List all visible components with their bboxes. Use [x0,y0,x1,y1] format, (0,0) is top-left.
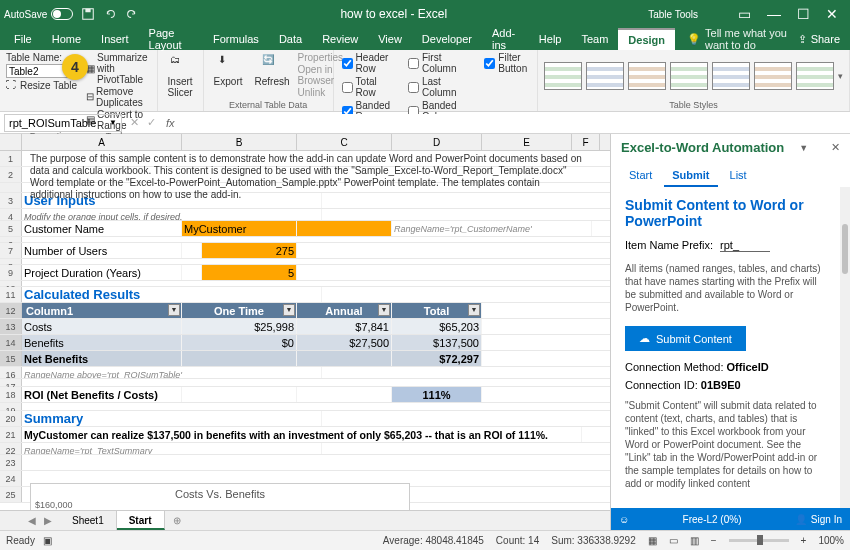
table-style-swatch[interactable] [586,62,624,90]
tab-formulas[interactable]: Formulas [203,28,269,50]
remove-duplicates-button[interactable]: ⊟Remove Duplicates [86,86,151,108]
maximize-icon[interactable]: ☐ [797,6,810,22]
table-cell[interactable]: Costs [22,319,182,334]
summarize-pivot-button[interactable]: ▦Summarize with PivotTable [86,52,151,85]
redo-icon[interactable] [125,7,139,21]
header-row-checkbox[interactable]: Header Row [342,52,394,74]
filter-button-checkbox[interactable]: Filter Button [484,52,531,74]
table-cell[interactable]: Net Benefits [22,351,182,366]
macro-record-icon[interactable]: ▣ [43,535,52,546]
roi-value-cell[interactable]: 111% [392,387,482,402]
tp-tab-start[interactable]: Start [621,165,660,187]
tell-me-search[interactable]: 💡 Tell me what you want to do [687,27,798,51]
view-page-icon[interactable]: ▭ [669,535,678,546]
table-cell[interactable]: $72,297 [392,351,482,366]
table-cell[interactable]: $27,500 [297,335,392,350]
table-style-swatch[interactable] [796,62,834,90]
tab-help[interactable]: Help [529,28,572,50]
table-cell[interactable]: Benefits [22,335,182,350]
table-header-cell[interactable]: One Time▼ [182,303,297,318]
input-cell[interactable]: MyCustomer [182,221,297,236]
input-cell[interactable] [297,221,392,236]
sheet-nav-prev-icon[interactable]: ◀ [28,515,36,526]
tab-team[interactable]: Team [571,28,618,50]
insert-slicer-button[interactable]: 🗂Insert Slicer [164,52,197,110]
first-column-checkbox[interactable]: First Column [408,52,470,74]
tab-developer[interactable]: Developer [412,28,482,50]
col-header[interactable]: B [182,134,297,150]
undo-icon[interactable] [103,7,117,21]
tab-home[interactable]: Home [42,28,91,50]
table-header-cell[interactable]: Column1▼ [22,303,182,318]
tp-tab-submit[interactable]: Submit [664,165,717,187]
table-style-swatch[interactable] [544,62,582,90]
filter-dropdown-icon[interactable]: ▼ [283,304,295,316]
tab-addins[interactable]: Add-ins [482,28,529,50]
zoom-in-icon[interactable]: + [801,535,807,546]
submit-content-button[interactable]: ☁ Submit Content [625,326,746,351]
select-all-corner[interactable] [0,134,22,150]
filter-dropdown-icon[interactable]: ▼ [168,304,180,316]
embedded-chart[interactable]: Costs Vs. Benefits $160,000 [30,483,410,510]
table-cell[interactable]: $0 [182,335,297,350]
autosave-toggle[interactable]: AutoSave [4,8,73,20]
sheet-nav-next-icon[interactable]: ▶ [44,515,52,526]
save-icon[interactable] [81,7,95,21]
zoom-level[interactable]: 100% [818,535,844,546]
new-sheet-icon[interactable]: ⊕ [173,515,181,526]
refresh-button[interactable]: 🔄Refresh [251,52,294,100]
cancel-formula-icon[interactable]: ✕ [130,116,139,129]
col-header[interactable]: D [392,134,482,150]
tab-page-layout[interactable]: Page Layout [139,28,203,50]
last-column-checkbox[interactable]: Last Column [408,76,470,98]
table-header-cell[interactable]: Annual▼ [297,303,392,318]
view-break-icon[interactable]: ▥ [690,535,699,546]
formula-input[interactable] [181,114,850,132]
style-gallery-more-icon[interactable]: ▾ [838,71,843,81]
tp-tab-list[interactable]: List [722,165,755,187]
table-cell[interactable]: $7,841 [297,319,392,334]
filter-dropdown-icon[interactable]: ▼ [378,304,390,316]
tab-view[interactable]: View [368,28,412,50]
name-box[interactable]: rpt_ROISumTable▼ [4,114,122,132]
resize-table-button[interactable]: ⛶Resize Table [6,79,78,91]
col-header[interactable]: C [297,134,392,150]
chevron-down-icon[interactable]: ▼ [799,143,808,153]
tab-data[interactable]: Data [269,28,312,50]
prefix-input[interactable] [720,239,770,252]
toggle-switch-icon[interactable] [51,8,73,20]
col-header[interactable]: E [482,134,572,150]
emoji-icon[interactable]: ☺ [619,514,629,525]
enter-formula-icon[interactable]: ✓ [147,116,156,129]
table-cell[interactable] [297,351,392,366]
tab-insert[interactable]: Insert [91,28,139,50]
input-cell[interactable]: 275 [202,243,297,258]
minimize-icon[interactable]: — [767,6,781,22]
table-cell[interactable] [182,351,297,366]
ribbon-options-icon[interactable]: ▭ [738,6,751,22]
view-normal-icon[interactable]: ▦ [648,535,657,546]
tab-design[interactable]: Design [618,28,675,50]
sheet-tab[interactable]: Start [117,511,165,530]
table-cell[interactable]: $25,998 [182,319,297,334]
table-style-swatch[interactable] [628,62,666,90]
total-row-checkbox[interactable]: Total Row [342,76,394,98]
input-cell[interactable]: 5 [202,265,297,280]
signin-button[interactable]: 👤Sign In [795,514,842,525]
filter-dropdown-icon[interactable]: ▼ [468,304,480,316]
table-style-swatch[interactable] [754,62,792,90]
tab-review[interactable]: Review [312,28,368,50]
export-button[interactable]: ⬇Export [210,52,247,100]
col-header[interactable]: F [572,134,600,150]
table-cell[interactable]: $137,500 [392,335,482,350]
tab-file[interactable]: File [4,28,42,50]
zoom-out-icon[interactable]: − [711,535,717,546]
close-icon[interactable]: ✕ [831,141,840,154]
table-style-swatch[interactable] [712,62,750,90]
fx-icon[interactable]: fx [166,117,175,129]
grid-body[interactable]: The purpose of this sample content is to… [0,151,610,510]
table-cell[interactable]: $65,203 [392,319,482,334]
table-style-swatch[interactable] [670,62,708,90]
share-button[interactable]: ⇪ Share [798,33,840,46]
close-icon[interactable]: ✕ [826,6,838,22]
